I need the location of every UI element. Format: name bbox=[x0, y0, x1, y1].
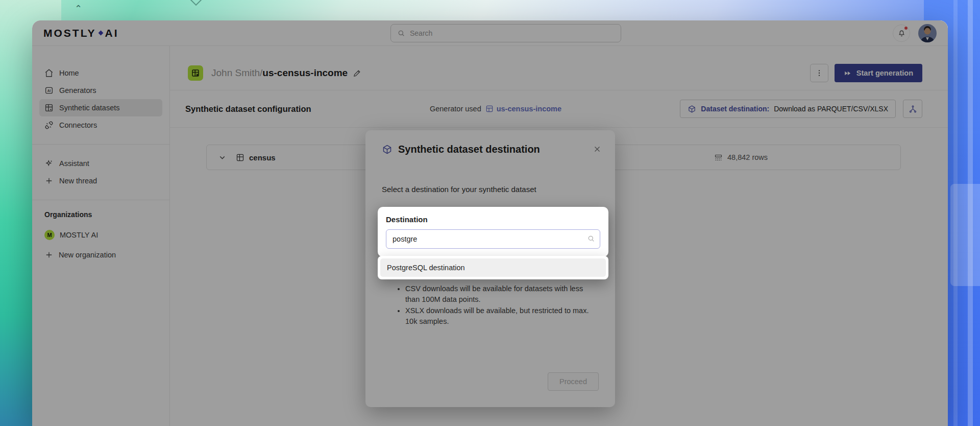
decor-diamond bbox=[190, 0, 202, 6]
app-window: MOSTLY AI bbox=[32, 20, 948, 426]
destination-picker-card: Destination PostgreSQL destination bbox=[378, 207, 608, 257]
decor-patch bbox=[950, 184, 980, 286]
destination-field-label: Destination bbox=[386, 215, 600, 224]
search-icon bbox=[587, 234, 595, 243]
destination-dropdown: PostgreSQL destination bbox=[378, 256, 608, 279]
dropdown-option-postgresql[interactable]: PostgreSQL destination bbox=[380, 258, 606, 277]
destination-search-input[interactable] bbox=[386, 229, 600, 249]
decor-glyph: ⌃ bbox=[75, 3, 82, 14]
